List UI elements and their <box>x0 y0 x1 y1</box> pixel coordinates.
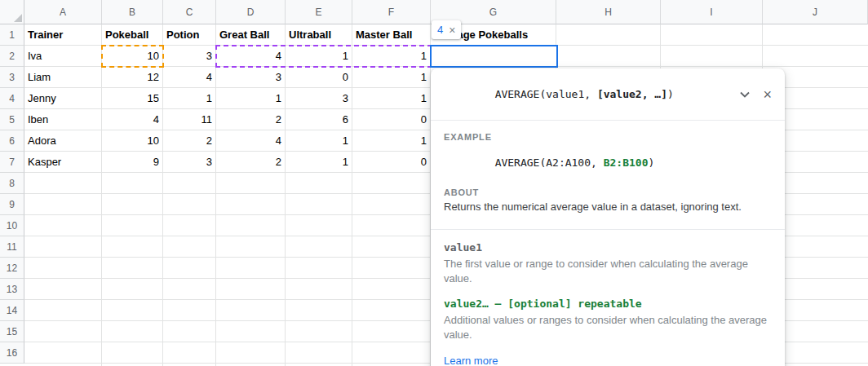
column-header-I[interactable]: I <box>661 0 763 24</box>
popup-header: AVERAGE(value1, [value2, …]) × <box>431 68 785 121</box>
cell-D5[interactable]: 2 <box>216 109 285 130</box>
column-header-E[interactable]: E <box>286 0 352 24</box>
formula-input[interactable]: =AVERAGE(B2, D2:F2 <box>430 45 558 68</box>
row-header-14[interactable]: 14 <box>0 300 24 321</box>
cell-F1[interactable]: Master Ball <box>352 24 430 45</box>
cell-E5[interactable]: 6 <box>286 109 352 130</box>
cell-A3[interactable]: Liam <box>24 67 101 87</box>
cell-E7[interactable]: 1 <box>286 152 352 172</box>
preview-value: 4 <box>437 24 443 36</box>
about-text: Returns the numerical average value in a… <box>444 200 772 214</box>
row-header-15[interactable]: 15 <box>0 321 24 342</box>
cell-C5[interactable]: 11 <box>163 109 215 130</box>
cell-E6[interactable]: 1 <box>286 130 352 151</box>
popup-header-icons: × <box>740 87 772 102</box>
column-header-A[interactable]: A <box>24 0 102 24</box>
column-header-B[interactable]: B <box>102 0 163 24</box>
row-header-5[interactable]: 5 <box>0 109 24 130</box>
cell-A2[interactable]: Iva <box>24 46 101 66</box>
row-header-4[interactable]: 4 <box>0 88 24 109</box>
learn-more-link[interactable]: Learn more <box>444 355 498 366</box>
select-all-triangle-icon <box>14 14 22 22</box>
cell-F4[interactable]: 1 <box>352 88 430 108</box>
signature-arg2: [value2, …] <box>597 88 667 100</box>
row-header-8[interactable]: 8 <box>0 173 24 194</box>
example-highlight: B2:B100 <box>604 157 649 169</box>
function-help-popup: AVERAGE(value1, [value2, …]) × EXAMPLE A… <box>431 68 785 366</box>
row-header-10[interactable]: 10 <box>0 215 24 236</box>
cell-C4[interactable]: 1 <box>163 88 215 108</box>
cell-D7[interactable]: 2 <box>216 152 285 172</box>
column-header-H[interactable]: H <box>556 0 661 24</box>
close-icon[interactable]: × <box>763 87 772 102</box>
row-header-3[interactable]: 3 <box>0 67 24 88</box>
cell-A1[interactable]: Trainer <box>24 24 101 45</box>
cell-F3[interactable]: 1 <box>352 67 430 87</box>
row-header-16[interactable]: 16 <box>0 342 24 364</box>
preview-close-icon[interactable]: × <box>449 24 455 36</box>
popup-example-about-section: EXAMPLE AVERAGE(A2:A100, B2:B100) ABOUT … <box>431 121 785 226</box>
cell-A5[interactable]: Iben <box>24 109 101 130</box>
cell-A6[interactable]: Adora <box>24 130 101 151</box>
cell-B3[interactable]: 12 <box>102 67 162 87</box>
signature-fn: AVERAGE( <box>495 88 547 100</box>
row-header-11[interactable]: 11 <box>0 236 24 258</box>
cell-B1[interactable]: Pokeball <box>102 24 162 45</box>
cell-D3[interactable]: 3 <box>216 67 285 87</box>
highlighted-range-B2[interactable] <box>101 45 164 68</box>
cell-D6[interactable]: 4 <box>216 130 285 151</box>
param-value2-desc: Additional values or ranges to consider … <box>444 313 770 342</box>
cell-C2[interactable]: 3 <box>163 46 215 66</box>
cell-D1[interactable]: Great Ball <box>216 24 285 45</box>
column-header-F[interactable]: F <box>352 0 431 24</box>
cell-B7[interactable]: 9 <box>102 152 162 172</box>
row-header-13[interactable]: 13 <box>0 279 24 300</box>
row-header-6[interactable]: 6 <box>0 130 24 152</box>
column-header-D[interactable]: D <box>216 0 286 24</box>
param-value2-name: value2… – [optional] repeatable <box>444 298 772 310</box>
example-post: ) <box>648 157 654 169</box>
cell-B6[interactable]: 10 <box>102 130 162 151</box>
cell-C7[interactable]: 3 <box>163 152 215 172</box>
column-header-C[interactable]: C <box>163 0 216 24</box>
row-header-1[interactable]: 1 <box>0 24 24 46</box>
cell-F5[interactable]: 0 <box>352 109 430 130</box>
cell-E3[interactable]: 0 <box>286 67 352 87</box>
cell-E4[interactable]: 3 <box>286 88 352 108</box>
cell-C1[interactable]: Potion <box>163 24 215 45</box>
select-all-corner[interactable] <box>0 0 24 24</box>
function-signature: AVERAGE(value1, [value2, …]) <box>444 76 674 112</box>
cell-E1[interactable]: Ultraball <box>286 24 352 45</box>
cell-D4[interactable]: 1 <box>216 88 285 108</box>
cell-C3[interactable]: 4 <box>163 67 215 87</box>
example-pre: AVERAGE(A2:A100, <box>495 157 604 169</box>
cell-C6[interactable]: 2 <box>163 130 215 151</box>
cell-F7[interactable]: 0 <box>352 152 430 172</box>
cell-B5[interactable]: 4 <box>102 109 162 130</box>
row-header-12[interactable]: 12 <box>0 258 24 279</box>
cell-F6[interactable]: 1 <box>352 130 430 151</box>
about-label: ABOUT <box>444 187 772 197</box>
google-sheets-spreadsheet: ABCDEFGHIJ12345678910111213141516Trainer… <box>0 0 868 366</box>
row-header-7[interactable]: 7 <box>0 152 24 173</box>
param-value1-name: value1 <box>444 241 772 254</box>
signature-arg1: value1, <box>546 88 597 100</box>
param-value1-desc: The first value or range to consider whe… <box>444 257 770 286</box>
example-label: EXAMPLE <box>444 132 772 142</box>
signature-close-paren: ) <box>667 88 674 100</box>
formula-preview-chip: 4 × <box>432 20 461 39</box>
row-header-2[interactable]: 2 <box>0 46 24 67</box>
chevron-down-icon[interactable] <box>740 91 750 98</box>
cell-B4[interactable]: 15 <box>102 88 162 108</box>
cell-A7[interactable]: Kasper <box>24 152 101 172</box>
example-code: AVERAGE(A2:A100, B2:B100) <box>444 144 772 181</box>
highlighted-range-D2-F2[interactable] <box>215 45 432 68</box>
cell-A4[interactable]: Jenny <box>24 88 101 108</box>
row-header-9[interactable]: 9 <box>0 194 24 215</box>
column-header-J[interactable]: J <box>763 0 868 24</box>
popup-params-section: value1 The first value or range to consi… <box>431 230 785 366</box>
